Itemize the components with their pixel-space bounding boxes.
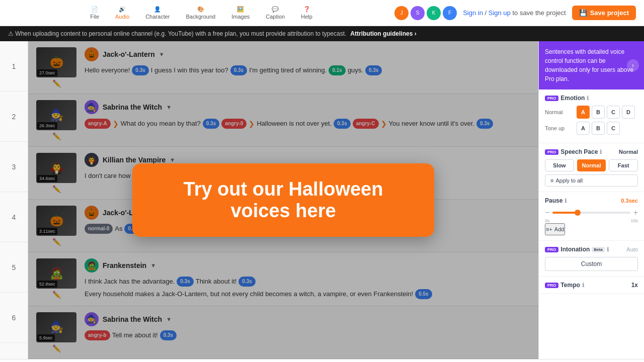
pause-min-label: 0s <box>545 218 550 223</box>
file-icon: 📄 <box>91 6 98 13</box>
emotion-title: Emotion <box>560 95 585 102</box>
pro-badge-pace: PRO <box>545 149 558 155</box>
avatar-1: J <box>394 6 409 20</box>
save-btn-label: Save project <box>590 9 629 17</box>
attribution-banner: ⚠ When uploading content to personal onl… <box>0 26 644 41</box>
emotion-toneup-row: Tone up A B C <box>545 122 638 135</box>
pause-title: Pause <box>545 197 562 204</box>
nav-label-file: File <box>90 14 99 20</box>
avatar-group: J S K F <box>394 6 457 20</box>
intonation-header: PRO Intonation Beta ℹ Auto <box>545 246 638 253</box>
scene-num-5: 5 <box>0 242 28 293</box>
scene-num-6: 6 <box>0 293 28 343</box>
halloween-overlay[interactable]: Try out our Halloween voices here <box>28 41 538 359</box>
save-project-button[interactable]: 💾 Save project <box>572 6 636 20</box>
attribution-link[interactable]: Attribution guidelines › <box>350 30 416 37</box>
pause-fill <box>552 212 576 214</box>
tempo-title: Tempo <box>560 282 580 289</box>
emotion-section: PRO Emotion ℹ Normal A B C D Tone up A B… <box>539 89 644 143</box>
pace-slow-btn[interactable]: Slow <box>545 159 574 171</box>
nav-item-background[interactable]: 🎨 Background <box>180 4 221 22</box>
nav-item-help[interactable]: ❓ Help <box>295 4 318 22</box>
pause-info-icon[interactable]: ℹ <box>565 198 567 204</box>
avatar-4: F <box>443 6 457 20</box>
custom-label: Custom <box>581 260 602 267</box>
right-panel: Sentences with detailed voice control fu… <box>538 41 644 359</box>
pace-normal-btn[interactable]: Normal <box>577 159 606 171</box>
apply-all-icon: ≡ <box>550 177 553 184</box>
tempo-section: PRO Tempo ℹ 1x <box>539 277 644 294</box>
nav-right: J S K F Sign in / Sign up to save the pr… <box>394 6 636 20</box>
intonation-value: Auto <box>626 246 638 252</box>
nav-item-caption[interactable]: 💬 Caption <box>260 4 291 22</box>
tempo-row: PRO Tempo ℹ 1x <box>545 282 638 289</box>
pace-fast-btn[interactable]: Fast <box>609 159 638 171</box>
scene-num-4: 4 <box>0 192 28 242</box>
speech-pace-label: PRO Speech Pace ℹ Normal <box>545 148 638 155</box>
nav-item-character[interactable]: 👤 Character <box>139 4 176 22</box>
pause-plus-btn[interactable]: + <box>633 208 638 217</box>
halloween-banner[interactable]: Try out our Halloween voices here <box>132 163 434 237</box>
intonation-title: Intonation <box>560 246 590 253</box>
toneup-btn-a[interactable]: A <box>577 122 590 135</box>
avatar-2: S <box>411 6 425 20</box>
pro-badge-intonation: PRO <box>545 247 558 252</box>
pace-info-icon[interactable]: ℹ <box>600 149 602 155</box>
normal-label: Normal <box>545 109 573 115</box>
emotion-info-icon[interactable]: ℹ <box>587 95 589 102</box>
tempo-value: 1x <box>631 282 638 289</box>
emotion-normal-row: Normal A B C D <box>545 106 638 119</box>
pro-badge-emotion: PRO <box>545 96 558 101</box>
background-icon: 🎨 <box>197 6 204 13</box>
nav-label-caption: Caption <box>266 14 285 20</box>
bottom-bar: ⏮ ⏪ ▶ ⏭ 00:00 / 02:30 (Estimate time) Wa… <box>0 359 644 362</box>
intonation-info-icon[interactable]: ℹ <box>607 246 609 253</box>
help-icon: ❓ <box>303 6 310 13</box>
beta-badge: Beta <box>592 247 604 252</box>
toneup-buttons: A B C <box>577 122 620 135</box>
pro-info-text: Sentences with detailed voice control fu… <box>545 48 633 82</box>
normal-btn-a[interactable]: A <box>577 106 590 119</box>
pause-slider[interactable] <box>552 212 630 214</box>
apply-all-label: Apply to all <box>555 177 583 184</box>
scene-num-2: 2 <box>0 92 28 142</box>
nav-label-help: Help <box>301 14 312 20</box>
nav-items: 📄 File 🔊 Audio 👤 Character 🎨 Background … <box>8 4 394 22</box>
halloween-banner-text: Try out our Halloween voices here <box>184 178 383 221</box>
pro-info-arrow[interactable]: › <box>627 59 639 71</box>
sign-up-link[interactable]: Sign up <box>489 9 511 17</box>
nav-item-images[interactable]: 🖼️ Images <box>225 4 256 22</box>
normal-btn-c[interactable]: C <box>607 106 620 119</box>
intonation-custom-btn[interactable]: Custom <box>545 257 638 271</box>
apply-all-btn[interactable]: ≡ Apply to all <box>545 174 638 187</box>
tempo-info-icon[interactable]: ℹ <box>582 282 584 289</box>
nav-label-audio: Audio <box>115 14 129 20</box>
pace-value: Normal <box>619 149 638 155</box>
pause-add-btn[interactable]: ≡+ Add <box>545 223 565 235</box>
pro-info-box: Sentences with detailed voice control fu… <box>539 41 644 89</box>
toneup-btn-b[interactable]: B <box>592 122 605 135</box>
scene-num-1: 1 <box>0 41 28 92</box>
emotion-label: PRO Emotion ℹ <box>545 95 638 102</box>
normal-buttons: A B C D <box>577 106 635 119</box>
speech-pace-section: PRO Speech Pace ℹ Normal Slow Normal Fas… <box>539 143 644 192</box>
pause-thumb[interactable] <box>575 210 581 216</box>
pause-slider-row: − + <box>545 208 638 217</box>
navbar: 📄 File 🔊 Audio 👤 Character 🎨 Background … <box>0 0 644 26</box>
pause-value: 0.3sec <box>621 198 638 204</box>
toneup-label: Tone up <box>545 125 573 131</box>
normal-btn-d[interactable]: D <box>622 106 635 119</box>
pause-minus-btn[interactable]: − <box>545 208 549 217</box>
nav-item-file[interactable]: 📄 File <box>84 4 105 22</box>
content-area: 🎃 27.0sec ✏️ 🎃 Jack-o'-Lantern ▼ Hello e… <box>28 41 538 359</box>
sign-in-link[interactable]: Sign in <box>463 9 483 17</box>
audio-icon: 🔊 <box>119 6 126 13</box>
toneup-btn-c[interactable]: C <box>607 122 620 135</box>
pause-section: Pause ℹ 0.3sec − + 0s 10s ≡+ Add <box>539 192 644 241</box>
nav-item-audio[interactable]: 🔊 Audio <box>109 4 135 22</box>
nav-label-images: Images <box>231 14 250 20</box>
character-icon: 👤 <box>154 6 161 13</box>
normal-btn-b[interactable]: B <box>592 106 605 119</box>
pace-buttons-row: Slow Normal Fast <box>545 159 638 171</box>
intonation-section: PRO Intonation Beta ℹ Auto Custom <box>539 241 644 277</box>
